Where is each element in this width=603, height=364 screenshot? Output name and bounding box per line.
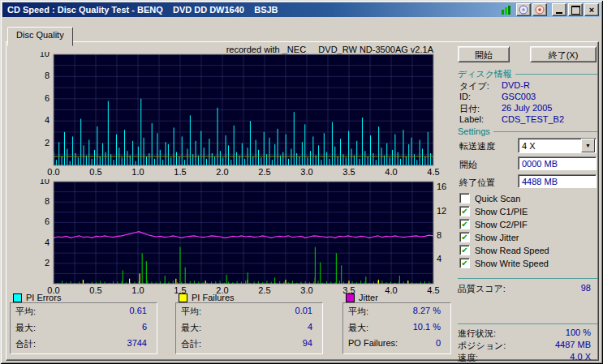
svg-text:4.0: 4.0 [385,285,397,295]
close-icon: × [589,6,594,14]
svg-text:2.0: 2.0 [216,167,228,177]
svg-text:4: 4 [437,254,441,263]
legend-jitter: Jitter [346,293,378,302]
svg-text:3.0: 3.0 [300,167,312,177]
stat-row: 合計:3744 [11,336,157,352]
svg-text:4: 4 [45,238,50,247]
checkbox[interactable] [459,193,470,203]
stat-row: 平均:0.01 [176,303,322,319]
save-graph-button[interactable] [516,3,531,16]
start-button[interactable]: 開始 [458,46,510,62]
speed-row: 速度: 4.0 X [458,352,591,364]
pi-errors-chart: 0.00.51.01.52.02.53.03.54.04.5246810 [8,52,440,180]
checkbox-show-read-speed[interactable]: ✔ Show Read Speed [459,245,549,255]
svg-text:0.0: 0.0 [47,167,59,177]
titlebar[interactable]: CD Speed : Disc Quality Test - BENQ DVD … [2,2,601,17]
svg-text:3.5: 3.5 [342,167,355,177]
quality-score-row: 品質スコア: 98 [458,283,591,295]
end-position-label: 終了位置 [459,177,495,189]
disc-info-header: ディスク情報 [458,68,598,80]
svg-text:6: 6 [45,216,50,226]
speed-value: 4.0 X [570,352,591,364]
checkbox-show-c1-pie[interactable]: ✔ Show C1/PIE [459,206,528,216]
svg-text:0.5: 0.5 [89,285,101,295]
disc-date-row: 日付: 26 July 2005 [459,103,598,115]
exit-button[interactable]: 終了(X) [530,46,597,62]
minimize-icon [556,12,562,14]
app-window: CD Speed : Disc Quality Test - BENQ DVD … [0,0,603,364]
checkbox[interactable]: ✔ [459,232,470,242]
disc-quality-page: recorded with _NEC DVD_RW ND-3500AG v2.1… [6,41,599,361]
separator [458,278,598,279]
stat-row: 合計:94 [176,336,322,352]
options-button[interactable] [532,3,547,16]
window-title: CD Speed : Disc Quality Test - BENQ DVD … [2,5,278,15]
svg-text:10: 10 [40,52,50,58]
svg-text:0.5: 0.5 [89,167,101,177]
tab-disc-quality[interactable]: Disc Quality [7,27,73,46]
speed-combo-value: 4 X [519,141,581,151]
checkbox[interactable]: ✔ [459,206,470,216]
close-button[interactable]: × [584,3,599,16]
legend-pi-errors: PI Errors [13,293,61,302]
checkbox[interactable]: ✔ [459,245,470,255]
svg-text:8: 8 [45,196,50,206]
speed-combo[interactable]: 4 X ▼ [518,138,597,153]
maximize-icon [571,6,580,15]
svg-text:1.0: 1.0 [131,285,144,295]
svg-text:6: 6 [45,93,50,103]
minimize-button[interactable] [552,3,566,16]
disc-type-row: タイプ: DVD-R [459,80,598,92]
chart-icon [502,6,511,15]
jitter-stats: 平均:8.27 % 最大:10.1 % PO Failures:0 [342,302,451,354]
checkbox-quick-scan[interactable]: Quick Scan [459,193,520,203]
pi-errors-swatch [13,293,22,302]
svg-text:3.0: 3.0 [300,285,312,295]
svg-text:4.5: 4.5 [427,285,439,295]
disc-label-row: Label: CDS_TEST_B2 [459,114,598,124]
svg-text:1.0: 1.0 [131,167,144,177]
start-mb-field[interactable]: 0000 MB [518,156,597,170]
maximize-button[interactable] [568,3,583,16]
end-position-field[interactable]: 4488 MB [518,174,597,188]
legend-label: PI Errors [26,293,61,302]
stat-row: 最大:4 [176,319,322,336]
pi-failures-swatch [179,293,187,302]
legend-label: Jitter [359,293,378,302]
disc-id-row: ID: GSC003 [459,92,598,101]
position-value: 4487 MB [555,340,591,352]
settings-header: Settings [458,126,598,136]
speed-label: 転送速度 [459,140,495,152]
svg-text:2: 2 [45,258,50,268]
titlebar-buttons: × [502,3,601,16]
progress-value: 100 % [566,328,591,340]
pi-failures-stats: 平均:0.01 最大:4 合計:94 [175,302,323,354]
svg-text:2.5: 2.5 [258,167,270,177]
svg-text:16: 16 [437,182,446,191]
svg-text:12: 12 [437,206,446,216]
pif-jitter-chart: 0.00.51.01.52.02.53.03.54.04.52468104812… [8,179,456,299]
svg-text:4.0: 4.0 [385,167,397,177]
svg-text:4: 4 [45,115,50,125]
stat-row: 平均:8.27 % [343,303,450,319]
stat-row: 最大:6 [11,319,157,336]
position-row: ポジション: 4487 MB [458,340,591,352]
svg-text:8: 8 [437,230,441,240]
checkbox-show-jitter[interactable]: ✔ Show Jitter [459,232,519,242]
checkbox-show-c2-pif[interactable]: ✔ Show C2/PIF [459,219,528,229]
pi-errors-stats: 平均:0.61 最大:6 合計:3744 [10,302,157,354]
svg-text:2.5: 2.5 [258,285,270,295]
svg-text:8: 8 [45,71,50,80]
jitter-swatch [346,293,355,302]
checkbox-show-write-speed[interactable]: ✔ Show Write Speed [459,258,549,268]
checkbox[interactable]: ✔ [459,258,470,268]
chevron-down-icon[interactable]: ▼ [581,139,595,152]
svg-text:10: 10 [40,179,50,186]
disc-red-icon [535,5,545,15]
separator [458,323,598,324]
tab-label: Disc Quality [16,30,64,40]
svg-text:4.5: 4.5 [427,167,439,177]
legend-label: PI Failures [192,293,235,302]
stat-row: PO Failures:0 [343,336,450,352]
checkbox[interactable]: ✔ [459,219,470,229]
